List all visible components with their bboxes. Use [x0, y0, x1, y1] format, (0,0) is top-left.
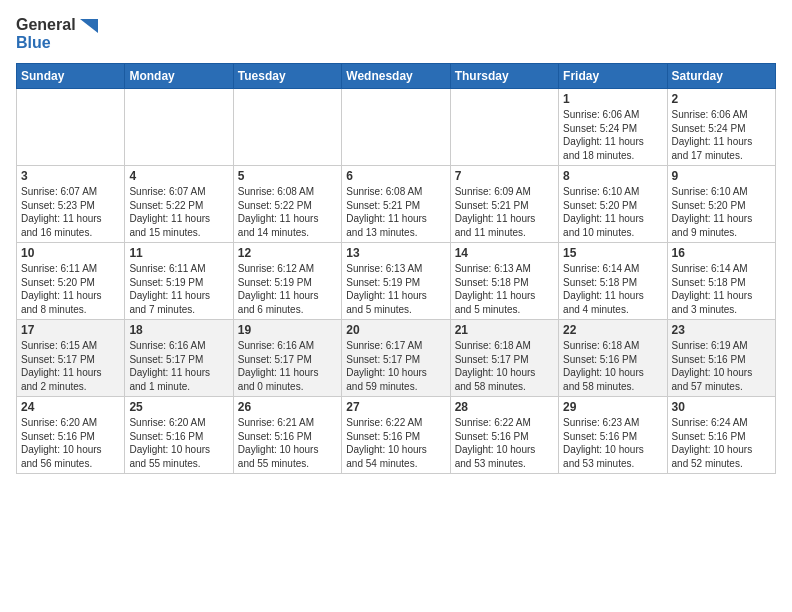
day-number: 4 [129, 169, 228, 183]
col-header-friday: Friday [559, 64, 667, 89]
calendar-cell: 12Sunrise: 6:12 AM Sunset: 5:19 PM Dayli… [233, 243, 341, 320]
day-info: Sunrise: 6:07 AM Sunset: 5:22 PM Dayligh… [129, 185, 228, 239]
calendar-cell: 10Sunrise: 6:11 AM Sunset: 5:20 PM Dayli… [17, 243, 125, 320]
day-number: 25 [129, 400, 228, 414]
calendar-cell: 5Sunrise: 6:08 AM Sunset: 5:22 PM Daylig… [233, 166, 341, 243]
day-number: 18 [129, 323, 228, 337]
day-number: 21 [455, 323, 554, 337]
calendar-cell: 11Sunrise: 6:11 AM Sunset: 5:19 PM Dayli… [125, 243, 233, 320]
day-info: Sunrise: 6:07 AM Sunset: 5:23 PM Dayligh… [21, 185, 120, 239]
calendar-cell: 14Sunrise: 6:13 AM Sunset: 5:18 PM Dayli… [450, 243, 558, 320]
day-info: Sunrise: 6:09 AM Sunset: 5:21 PM Dayligh… [455, 185, 554, 239]
day-number: 11 [129, 246, 228, 260]
day-info: Sunrise: 6:11 AM Sunset: 5:19 PM Dayligh… [129, 262, 228, 316]
day-info: Sunrise: 6:23 AM Sunset: 5:16 PM Dayligh… [563, 416, 662, 470]
logo-general: General [16, 16, 98, 34]
calendar-cell [17, 89, 125, 166]
day-number: 24 [21, 400, 120, 414]
day-number: 30 [672, 400, 771, 414]
day-info: Sunrise: 6:20 AM Sunset: 5:16 PM Dayligh… [129, 416, 228, 470]
day-info: Sunrise: 6:08 AM Sunset: 5:22 PM Dayligh… [238, 185, 337, 239]
day-number: 26 [238, 400, 337, 414]
col-header-monday: Monday [125, 64, 233, 89]
logo-blue: Blue [16, 34, 98, 52]
col-header-thursday: Thursday [450, 64, 558, 89]
calendar-week-row: 10Sunrise: 6:11 AM Sunset: 5:20 PM Dayli… [17, 243, 776, 320]
day-info: Sunrise: 6:20 AM Sunset: 5:16 PM Dayligh… [21, 416, 120, 470]
day-number: 29 [563, 400, 662, 414]
day-number: 14 [455, 246, 554, 260]
svg-marker-0 [80, 19, 98, 33]
day-info: Sunrise: 6:06 AM Sunset: 5:24 PM Dayligh… [672, 108, 771, 162]
day-number: 16 [672, 246, 771, 260]
day-number: 20 [346, 323, 445, 337]
day-info: Sunrise: 6:22 AM Sunset: 5:16 PM Dayligh… [346, 416, 445, 470]
calendar-cell: 29Sunrise: 6:23 AM Sunset: 5:16 PM Dayli… [559, 397, 667, 474]
calendar-cell: 28Sunrise: 6:22 AM Sunset: 5:16 PM Dayli… [450, 397, 558, 474]
col-header-saturday: Saturday [667, 64, 775, 89]
day-number: 5 [238, 169, 337, 183]
day-info: Sunrise: 6:10 AM Sunset: 5:20 PM Dayligh… [672, 185, 771, 239]
calendar-table: SundayMondayTuesdayWednesdayThursdayFrid… [16, 63, 776, 474]
logo: General Blue [16, 16, 98, 51]
day-number: 10 [21, 246, 120, 260]
calendar-cell: 7Sunrise: 6:09 AM Sunset: 5:21 PM Daylig… [450, 166, 558, 243]
day-number: 12 [238, 246, 337, 260]
day-info: Sunrise: 6:13 AM Sunset: 5:18 PM Dayligh… [455, 262, 554, 316]
calendar-cell: 17Sunrise: 6:15 AM Sunset: 5:17 PM Dayli… [17, 320, 125, 397]
day-info: Sunrise: 6:12 AM Sunset: 5:19 PM Dayligh… [238, 262, 337, 316]
day-number: 27 [346, 400, 445, 414]
day-info: Sunrise: 6:24 AM Sunset: 5:16 PM Dayligh… [672, 416, 771, 470]
day-info: Sunrise: 6:14 AM Sunset: 5:18 PM Dayligh… [672, 262, 771, 316]
calendar-cell: 2Sunrise: 6:06 AM Sunset: 5:24 PM Daylig… [667, 89, 775, 166]
calendar-cell [233, 89, 341, 166]
page-header: General Blue [16, 16, 776, 51]
calendar-cell: 25Sunrise: 6:20 AM Sunset: 5:16 PM Dayli… [125, 397, 233, 474]
calendar-cell: 23Sunrise: 6:19 AM Sunset: 5:16 PM Dayli… [667, 320, 775, 397]
day-info: Sunrise: 6:17 AM Sunset: 5:17 PM Dayligh… [346, 339, 445, 393]
day-number: 23 [672, 323, 771, 337]
calendar-cell: 3Sunrise: 6:07 AM Sunset: 5:23 PM Daylig… [17, 166, 125, 243]
calendar-cell [342, 89, 450, 166]
calendar-cell [125, 89, 233, 166]
day-number: 6 [346, 169, 445, 183]
day-number: 3 [21, 169, 120, 183]
col-header-tuesday: Tuesday [233, 64, 341, 89]
day-info: Sunrise: 6:10 AM Sunset: 5:20 PM Dayligh… [563, 185, 662, 239]
day-info: Sunrise: 6:14 AM Sunset: 5:18 PM Dayligh… [563, 262, 662, 316]
calendar-cell: 18Sunrise: 6:16 AM Sunset: 5:17 PM Dayli… [125, 320, 233, 397]
day-number: 2 [672, 92, 771, 106]
day-number: 15 [563, 246, 662, 260]
calendar-week-row: 1Sunrise: 6:06 AM Sunset: 5:24 PM Daylig… [17, 89, 776, 166]
calendar-cell: 16Sunrise: 6:14 AM Sunset: 5:18 PM Dayli… [667, 243, 775, 320]
day-info: Sunrise: 6:18 AM Sunset: 5:17 PM Dayligh… [455, 339, 554, 393]
day-info: Sunrise: 6:08 AM Sunset: 5:21 PM Dayligh… [346, 185, 445, 239]
day-info: Sunrise: 6:16 AM Sunset: 5:17 PM Dayligh… [238, 339, 337, 393]
calendar-cell: 20Sunrise: 6:17 AM Sunset: 5:17 PM Dayli… [342, 320, 450, 397]
calendar-cell: 4Sunrise: 6:07 AM Sunset: 5:22 PM Daylig… [125, 166, 233, 243]
calendar-header-row: SundayMondayTuesdayWednesdayThursdayFrid… [17, 64, 776, 89]
calendar-cell: 15Sunrise: 6:14 AM Sunset: 5:18 PM Dayli… [559, 243, 667, 320]
day-number: 8 [563, 169, 662, 183]
calendar-cell: 6Sunrise: 6:08 AM Sunset: 5:21 PM Daylig… [342, 166, 450, 243]
day-number: 19 [238, 323, 337, 337]
day-number: 22 [563, 323, 662, 337]
calendar-cell: 24Sunrise: 6:20 AM Sunset: 5:16 PM Dayli… [17, 397, 125, 474]
day-info: Sunrise: 6:06 AM Sunset: 5:24 PM Dayligh… [563, 108, 662, 162]
calendar-cell: 21Sunrise: 6:18 AM Sunset: 5:17 PM Dayli… [450, 320, 558, 397]
day-number: 1 [563, 92, 662, 106]
day-info: Sunrise: 6:15 AM Sunset: 5:17 PM Dayligh… [21, 339, 120, 393]
calendar-week-row: 17Sunrise: 6:15 AM Sunset: 5:17 PM Dayli… [17, 320, 776, 397]
calendar-cell: 9Sunrise: 6:10 AM Sunset: 5:20 PM Daylig… [667, 166, 775, 243]
calendar-cell: 27Sunrise: 6:22 AM Sunset: 5:16 PM Dayli… [342, 397, 450, 474]
day-info: Sunrise: 6:16 AM Sunset: 5:17 PM Dayligh… [129, 339, 228, 393]
col-header-sunday: Sunday [17, 64, 125, 89]
calendar-cell [450, 89, 558, 166]
logo-text: General Blue [16, 16, 98, 51]
day-info: Sunrise: 6:18 AM Sunset: 5:16 PM Dayligh… [563, 339, 662, 393]
calendar-cell: 30Sunrise: 6:24 AM Sunset: 5:16 PM Dayli… [667, 397, 775, 474]
day-info: Sunrise: 6:13 AM Sunset: 5:19 PM Dayligh… [346, 262, 445, 316]
day-number: 7 [455, 169, 554, 183]
day-number: 17 [21, 323, 120, 337]
col-header-wednesday: Wednesday [342, 64, 450, 89]
